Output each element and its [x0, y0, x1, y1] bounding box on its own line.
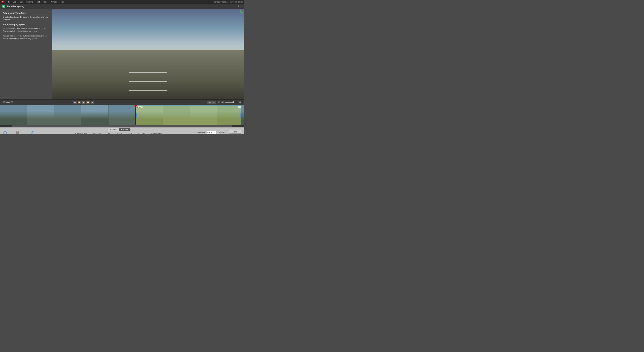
transport-controls: ⏮ ⏪ ▶ ⏩ ⏭ — [73, 100, 94, 104]
go-to-start-button[interactable]: ⏮ — [73, 100, 77, 104]
window-controls: ─ □ ✕ — [235, 1, 243, 3]
speed-label-6: Extremely Fast — [151, 132, 162, 134]
speed-label-3: Normal — [117, 132, 122, 134]
step-back-button[interactable]: ⏪ — [78, 100, 81, 104]
quality-slider-fill — [224, 102, 233, 103]
modify-playspeed-desc: For the selected zone, choose a play spe… — [3, 27, 49, 32]
action-bar: Reset Frame Blending Add TimeZone — [0, 127, 244, 134]
quality-slider-thumb[interactable] — [232, 101, 234, 103]
menu-tools[interactable]: Tools — [42, 1, 48, 3]
film-thumbnail-2 — [27, 105, 54, 125]
frame-blending-tool-button[interactable]: Frame Blending — [12, 131, 23, 134]
video-preview — [52, 9, 244, 99]
modify-playspeed-heading: Modify the play speed — [3, 23, 49, 26]
lane-markings — [129, 68, 167, 95]
forward-reverse-tabs: Forward Reverse — [107, 128, 130, 131]
duration-input[interactable] — [206, 131, 216, 134]
film-thumbnail-4 — [81, 105, 108, 125]
close-button[interactable]: ✕ — [240, 1, 243, 3]
speed-labels: Extremely Slow Very Slow Slow Normal Fas… — [76, 132, 162, 134]
film-thumbnail-3 — [54, 105, 82, 125]
adjust-timezone-heading: Adjust your TimeZone — [3, 12, 49, 14]
forward-tab[interactable]: Forward — [108, 128, 119, 131]
menu-timeline[interactable]: Timeline — [26, 1, 34, 3]
save-label[interactable]: Save — [230, 1, 234, 3]
menu-edit[interactable]: Edit — [12, 1, 17, 3]
menu-bar: Pr File Edit Clip Timeline Text Tools Wi… — [0, 0, 244, 4]
play-button[interactable]: ▶ — [82, 100, 86, 104]
duration-section: Duration Seconds Easing In Out — [198, 131, 224, 134]
timezone-label: 1.00x* — [136, 106, 142, 108]
step-forward-button[interactable]: ⏩ — [86, 100, 90, 104]
grid-view-button[interactable]: ⊞ — [239, 101, 241, 104]
speed-label-0: Extremely Slow — [76, 132, 87, 134]
adjust-timezone-desc: Drag the handles on the sides of the zon… — [3, 15, 49, 21]
dialog-title-bar: ✓ Time Remapping ? ✕ — [0, 4, 244, 9]
transport-bar: 00;08;44;02 ⏮ ⏪ ▶ ⏩ ⏭ Render ◧ ◨ ⊞ — [0, 99, 244, 105]
dialog-help-button[interactable]: ? — [238, 5, 239, 8]
quality-controls: ◧ ◨ ⊞ — [218, 101, 241, 104]
go-to-end-button[interactable]: ⏭ — [90, 100, 94, 104]
lane-line — [129, 81, 167, 82]
frame-blending-icon — [15, 131, 20, 134]
speed-label-2: Slow — [107, 132, 111, 134]
timezone-left-handle[interactable] — [136, 113, 137, 118]
add-timezone-icon — [30, 131, 35, 134]
menu-clip[interactable]: Clip — [19, 1, 24, 3]
right-controls: canada videos;... Save ─ □ ✕ — [214, 1, 243, 3]
playhead[interactable] — [136, 105, 136, 125]
duration-unit: Seconds — [218, 132, 224, 134]
speed-label-5: Very Fast — [138, 132, 145, 134]
reset-tool-button[interactable]: Reset — [3, 131, 8, 134]
reset-icon — [3, 131, 8, 134]
reverse-tab[interactable]: Reverse — [119, 128, 130, 131]
duration-label: Duration — [198, 132, 205, 134]
timeline-strip[interactable]: 1.00x* ✕ — [0, 105, 244, 125]
duration-row: Duration Seconds — [198, 131, 224, 134]
svg-rect-1 — [16, 131, 17, 134]
timezone-right-handle[interactable] — [240, 113, 241, 118]
render-button[interactable]: Render — [207, 101, 216, 104]
add-timezone-tool-button[interactable]: Add TimeZone — [27, 131, 38, 134]
maximize-button[interactable]: □ — [238, 1, 240, 3]
corner-box-indicator — [240, 10, 244, 13]
main-content: Adjust your TimeZone Drag the handles on… — [0, 9, 244, 99]
film-thumbnail-5 — [108, 105, 136, 125]
menu-help[interactable]: Help — [60, 1, 65, 3]
lane-line — [129, 90, 167, 91]
done-cancel-buttons: Done Cancel — [229, 130, 241, 134]
scrollbar-thumb[interactable] — [12, 125, 232, 127]
quality-low-icon[interactable]: ◧ — [218, 101, 220, 104]
timecode-display: 00;08;44;02 — [3, 101, 16, 103]
speed-label-4: Fast — [128, 132, 132, 134]
film-thumbnail-1 — [0, 105, 27, 125]
left-panel: Adjust your TimeZone Drag the handles on… — [0, 9, 52, 99]
svg-rect-2 — [18, 131, 19, 134]
timeline-scrollbar[interactable] — [0, 125, 244, 127]
timezone-overlay[interactable]: 1.00x* ✕ — [136, 105, 241, 125]
dialog-close-buttons: ? ✕ — [238, 5, 242, 8]
minimize-button[interactable]: ─ — [235, 1, 237, 3]
project-name: canada videos;... — [214, 1, 228, 3]
quality-high-icon[interactable]: ◨ — [221, 101, 224, 104]
tool-buttons: Reset Frame Blending Add TimeZone — [3, 131, 38, 134]
menu-file[interactable]: File — [6, 1, 10, 3]
app-icon: Pr — [1, 0, 4, 3]
speed-label-1: Very Slow — [93, 132, 100, 134]
timeline-area: 1.00x* ✕ — [0, 105, 244, 127]
done-button[interactable]: Done — [229, 130, 241, 134]
road-scene — [52, 9, 244, 99]
dialog-icon: ✓ — [2, 5, 5, 8]
duration-desc: You can also specify a play time with th… — [3, 34, 49, 40]
menu-window[interactable]: Window — [50, 1, 58, 3]
dialog-close-button[interactable]: ✕ — [240, 5, 242, 8]
lane-line — [129, 72, 167, 73]
speed-section: Forward Reverse Extremely Slow Very Slow… — [44, 128, 194, 134]
dialog-title: Time Remapping — [7, 5, 24, 7]
menu-text[interactable]: Text — [36, 1, 40, 3]
timezone-close-button[interactable]: ✕ — [238, 106, 241, 108]
quality-slider[interactable] — [224, 102, 238, 103]
